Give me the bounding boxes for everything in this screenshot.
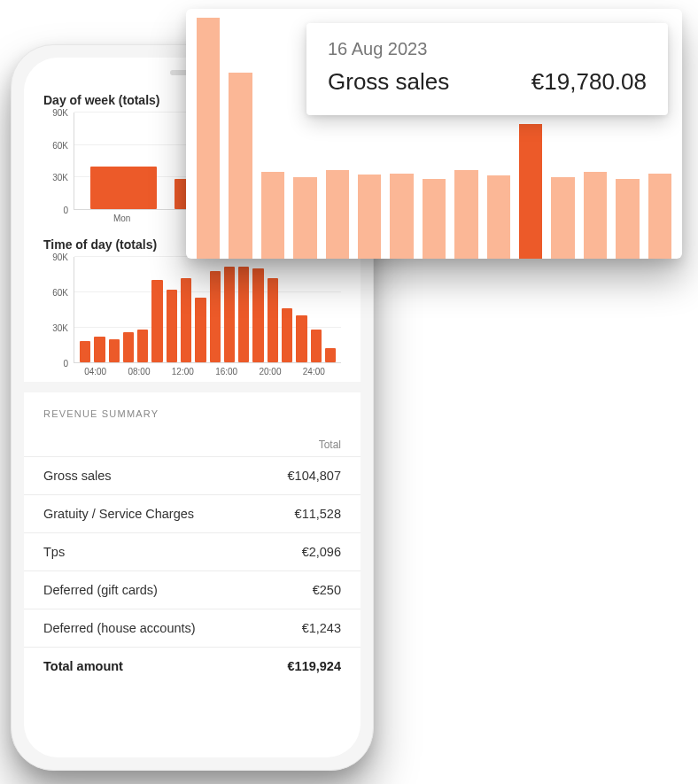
summary-row-label: Deferred (house accounts)	[43, 621, 196, 635]
tod-bar[interactable]	[94, 337, 105, 362]
overlay-bar[interactable]	[261, 172, 284, 259]
summary-heading: REVENUE SUMMARY	[24, 392, 361, 423]
summary-row-value: €1,243	[302, 621, 341, 635]
summary-row[interactable]: Gratuity / Service Charges€11,528	[24, 494, 361, 532]
summary-row-value: €104,807	[288, 469, 341, 483]
dow-yaxis: 90K60K30K0	[43, 113, 74, 210]
summary-row-label: Tps	[43, 545, 65, 559]
overlay-bar[interactable]	[519, 124, 542, 259]
overlay-bar[interactable]	[197, 18, 220, 259]
tod-bar[interactable]	[123, 332, 134, 362]
tod-chart[interactable]: 90K60K30K0	[43, 257, 341, 363]
overlay-bar[interactable]	[648, 174, 671, 259]
tod-bar[interactable]	[224, 267, 235, 362]
summary-row-label: Gross sales	[43, 469, 112, 483]
dow-bar[interactable]	[90, 167, 157, 209]
summary-row-value: €250	[313, 583, 341, 597]
summary-row[interactable]: Gross sales€104,807	[24, 456, 361, 494]
tod-bar[interactable]	[210, 271, 221, 362]
tod-bar[interactable]	[325, 348, 336, 362]
overlay-bar[interactable]	[390, 174, 413, 259]
summary-row-label: Gratuity / Service Charges	[43, 507, 194, 521]
summary-row[interactable]: Tps€2,096	[24, 532, 361, 571]
summary-row[interactable]: Deferred (gift cards)€250	[24, 571, 361, 609]
tod-bar[interactable]	[282, 308, 292, 362]
summary-total-row: Total amount €119,924	[24, 647, 361, 685]
summary-total-header: Total	[24, 423, 361, 456]
tod-bar[interactable]	[238, 267, 249, 362]
overlay-bar[interactable]	[358, 175, 381, 259]
tod-bar[interactable]	[109, 339, 120, 362]
tod-bar[interactable]	[137, 330, 148, 362]
overlay-bar[interactable]	[326, 170, 349, 259]
section-divider	[24, 382, 361, 392]
tod-bar[interactable]	[252, 268, 263, 362]
tod-bar[interactable]	[311, 330, 322, 362]
overlay-bar[interactable]	[584, 172, 607, 259]
tod-bar[interactable]	[296, 315, 306, 362]
tod-plot	[74, 257, 341, 363]
overlay-bar[interactable]	[293, 177, 316, 259]
tod-bar[interactable]	[151, 280, 162, 362]
tooltip-metric: Gross sales	[328, 68, 449, 96]
overlay-bar[interactable]	[454, 170, 477, 259]
tod-bar[interactable]	[181, 278, 191, 362]
tod-xaxis: 04:0008:0012:0016:0020:0024:00	[43, 367, 341, 376]
overlay-bar[interactable]	[229, 73, 252, 259]
overlay-tooltip: 16 Aug 2023 Gross sales €19,780.08	[306, 23, 668, 115]
tooltip-value: €19,780.08	[531, 68, 647, 96]
summary-row[interactable]: Deferred (house accounts)€1,243	[24, 609, 361, 647]
tooltip-date: 16 Aug 2023	[328, 39, 647, 59]
tod-bar[interactable]	[167, 290, 177, 362]
summary-row-value: €2,096	[302, 545, 341, 559]
overlay-bar[interactable]	[616, 179, 639, 259]
overlay-card: 16 Aug 2023 Gross sales €19,780.08	[186, 9, 682, 259]
summary-row-label: Deferred (gift cards)	[43, 583, 158, 597]
tod-bar[interactable]	[195, 298, 206, 362]
summary-total-value: €119,924	[288, 659, 341, 673]
tod-yaxis: 90K60K30K0	[43, 257, 74, 363]
summary-row-value: €11,528	[295, 507, 341, 521]
summary-total-label: Total amount	[43, 659, 123, 673]
tod-bar[interactable]	[268, 278, 278, 362]
overlay-bar[interactable]	[487, 175, 510, 259]
summary-table: Gross sales€104,807Gratuity / Service Ch…	[24, 456, 361, 647]
tod-bar[interactable]	[80, 341, 90, 362]
overlay-bar[interactable]	[551, 177, 574, 259]
overlay-bar[interactable]	[423, 179, 446, 259]
